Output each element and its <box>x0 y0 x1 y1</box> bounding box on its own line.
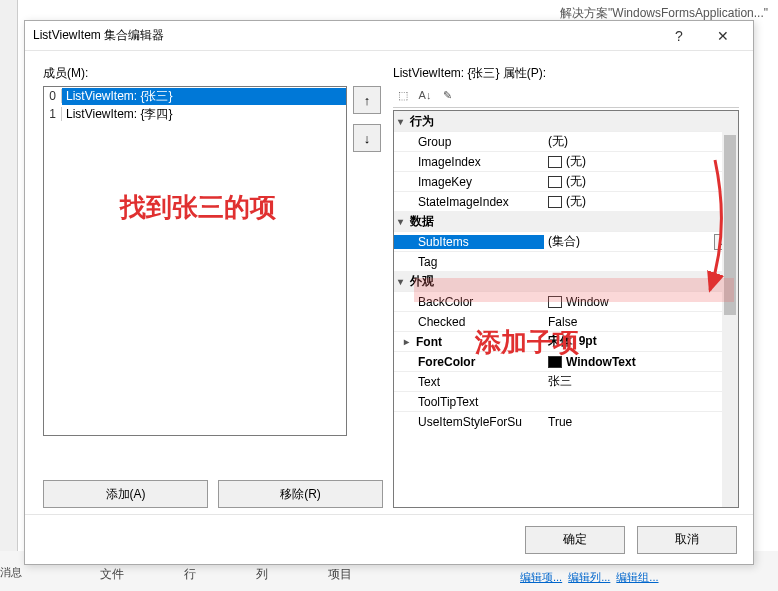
link-edit-items[interactable]: 编辑项... <box>520 570 562 585</box>
property-pages-icon[interactable]: ✎ <box>437 86 457 104</box>
prop-imagekey[interactable]: ImageKey(无) <box>394 171 738 191</box>
members-label: 成员(M): <box>43 65 383 82</box>
remove-button[interactable]: 移除(R) <box>218 480 383 508</box>
close-button[interactable]: ✕ <box>701 22 745 50</box>
prop-backcolor[interactable]: BackColorWindow <box>394 291 738 311</box>
category-behavior[interactable]: ▾行为 <box>394 111 738 131</box>
category-data[interactable]: ▾数据 <box>394 211 738 231</box>
category-appearance[interactable]: ▾外观 <box>394 271 738 291</box>
cancel-button[interactable]: 取消 <box>637 526 737 554</box>
prop-tooltiptext[interactable]: ToolTipText <box>394 391 738 411</box>
prop-checked[interactable]: CheckedFalse <box>394 311 738 331</box>
prop-group[interactable]: Group(无) <box>394 131 738 151</box>
link-edit-columns[interactable]: 编辑列... <box>568 570 610 585</box>
move-down-button[interactable]: ↓ <box>353 124 381 152</box>
add-button[interactable]: 添加(A) <box>43 480 208 508</box>
property-grid-toolbar: ⬚ A↓ ✎ <box>393 86 739 108</box>
prop-text[interactable]: Text张三 <box>394 371 738 391</box>
smart-tag-links: 编辑项... 编辑列... 编辑组... <box>520 570 659 585</box>
output-tab: 消息 <box>0 565 30 583</box>
dialog-footer: 确定 取消 <box>25 514 753 564</box>
scrollbar[interactable] <box>722 111 738 507</box>
move-up-button[interactable]: ↑ <box>353 86 381 114</box>
columns-bg: 文件 行 列 项目 <box>100 566 352 583</box>
member-item-1[interactable]: 1 ListViewItem: {李四} <box>44 105 346 123</box>
collection-editor-dialog: ListViewItem 集合编辑器 ? ✕ 成员(M): 0 ListView… <box>24 20 754 565</box>
link-edit-groups[interactable]: 编辑组... <box>616 570 658 585</box>
properties-label: ListViewItem: {张三} 属性(P): <box>393 65 739 82</box>
prop-useitemstyle[interactable]: UseItemStyleForSuTrue <box>394 411 738 431</box>
prop-forecolor[interactable]: ForeColorWindowText <box>394 351 738 371</box>
dialog-title: ListViewItem 集合编辑器 <box>33 27 657 44</box>
property-grid[interactable]: ▾行为 Group(无) ImageIndex(无) ImageKey(无) S… <box>393 110 739 508</box>
prop-stateimageindex[interactable]: StateImageIndex(无) <box>394 191 738 211</box>
prop-font[interactable]: ▸Font宋体, 9pt <box>394 331 738 351</box>
prop-subitems[interactable]: SubItems (集合)... <box>394 231 738 251</box>
help-button[interactable]: ? <box>657 22 701 50</box>
prop-tag[interactable]: Tag <box>394 251 738 271</box>
categorized-icon[interactable]: ⬚ <box>393 86 413 104</box>
prop-imageindex[interactable]: ImageIndex(无) <box>394 151 738 171</box>
ok-button[interactable]: 确定 <box>525 526 625 554</box>
alphabetical-icon[interactable]: A↓ <box>415 86 435 104</box>
titlebar: ListViewItem 集合编辑器 ? ✕ <box>25 21 753 51</box>
member-item-0[interactable]: 0 ListViewItem: {张三} <box>44 87 346 105</box>
members-listbox[interactable]: 0 ListViewItem: {张三} 1 ListViewItem: {李四… <box>43 86 347 436</box>
